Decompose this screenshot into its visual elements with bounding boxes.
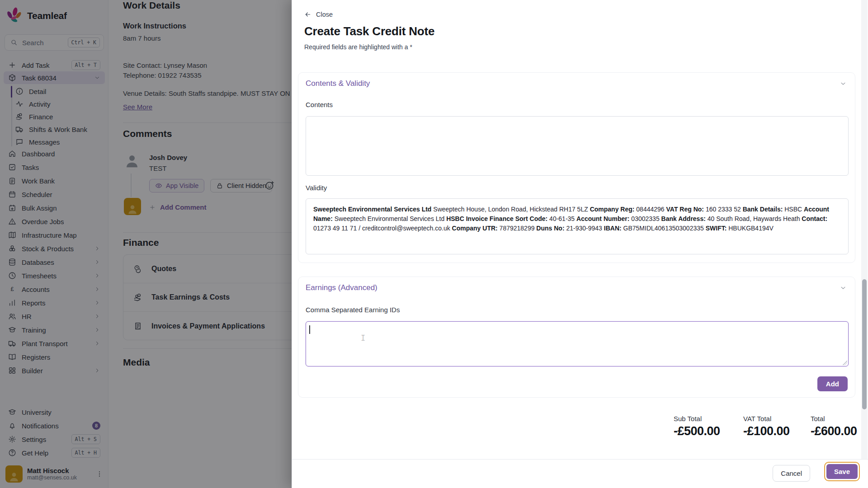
total-sub-total: Sub Total-£500.00: [674, 415, 720, 438]
add-button[interactable]: Add: [817, 376, 848, 391]
earning-ids-label: Comma Separated Earning IDs: [306, 306, 400, 314]
modal-footer: Cancel Save: [292, 459, 868, 488]
mouse-text-cursor: I: [361, 333, 365, 342]
resize-handle[interactable]: [843, 361, 847, 365]
modal-title: Create Task Credit Note: [304, 24, 434, 38]
earnings-section: Earnings (Advanced) Comma Separated Earn…: [298, 277, 855, 398]
total-value: -£500.00: [674, 424, 720, 438]
cancel-button[interactable]: Cancel: [773, 465, 810, 482]
validity-text: Sweeptech Environmental Services Ltd Swe…: [306, 198, 849, 254]
contents-label: Contents: [306, 101, 333, 108]
close-button[interactable]: Close: [304, 11, 333, 18]
total-label: VAT Total: [743, 415, 790, 422]
totals-summary: Sub Total-£500.00VAT Total-£100.00Total-…: [292, 415, 868, 446]
save-focus-ring: Save: [824, 462, 860, 481]
total-value: -£100.00: [743, 424, 790, 438]
close-label: Close: [316, 11, 333, 18]
collapse-section-icon[interactable]: [840, 284, 847, 291]
save-button[interactable]: Save: [826, 464, 858, 479]
total-total: Total-£600.00: [811, 415, 857, 438]
earning-ids-textarea[interactable]: [306, 321, 849, 366]
total-label: Sub Total: [674, 415, 720, 422]
total-vat-total: VAT Total-£100.00: [743, 415, 790, 438]
modal-scrollbar-thumb[interactable]: [862, 279, 867, 409]
validity-label: Validity: [306, 184, 327, 192]
modal-subtitle: Required fields are highlighted with a *: [304, 43, 412, 51]
contents-validity-section: Contents & Validity Contents Validity Sw…: [298, 72, 855, 263]
text-caret: [309, 325, 310, 334]
create-credit-note-modal: Close Create Task Credit Note Required f…: [292, 0, 868, 488]
contents-validity-header: Contents & Validity: [306, 79, 370, 88]
total-label: Total: [811, 415, 857, 422]
app: Teamleaf Search Ctrl + K Add Task Alt + …: [0, 0, 868, 488]
contents-textarea[interactable]: [306, 116, 849, 176]
arrow-left-icon: [304, 11, 311, 18]
earnings-header: Earnings (Advanced): [306, 283, 377, 292]
total-value: -£600.00: [811, 424, 857, 438]
collapse-section-icon[interactable]: [840, 80, 847, 87]
